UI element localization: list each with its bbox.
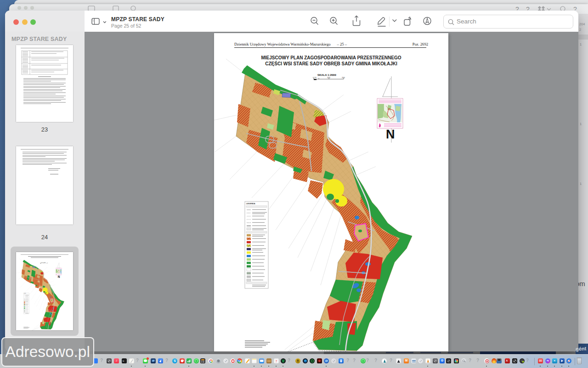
svg-text:100: 100 (327, 76, 330, 79)
svg-text:LEGENDA: LEGENDA (246, 202, 255, 205)
svg-text:200: 200 (342, 76, 345, 79)
svg-text:N: N (386, 127, 395, 141)
svg-text:0 20: 0 20 (313, 76, 317, 79)
